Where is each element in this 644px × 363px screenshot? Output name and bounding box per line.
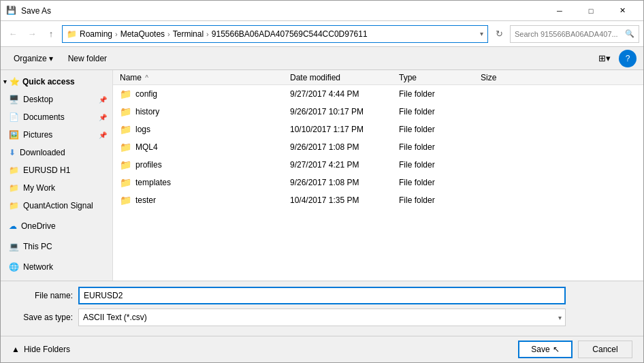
column-type[interactable]: Type	[399, 73, 481, 82]
file-modified-cell: 9/27/2017 4:21 PM	[290, 160, 399, 170]
sidebar-pictures-label: Pictures	[23, 130, 52, 140]
window-title: Save As	[21, 6, 51, 16]
file-type-cell: File folder	[399, 107, 481, 116]
file-name: templates	[135, 178, 171, 187]
thispc-section: 💻 This PC	[1, 238, 112, 255]
new-folder-label: New folder	[68, 54, 107, 63]
sidebar-item-network[interactable]: 🌐 Network	[1, 258, 112, 276]
filetype-select[interactable]: ASCII Text (*.csv) CSV (*.csv) Text (*.t…	[78, 309, 566, 326]
file-type-cell: File folder	[399, 142, 481, 152]
filetype-label: Save as type:	[12, 313, 73, 322]
close-button[interactable]: ✕	[607, 1, 638, 21]
eurusd-icon: 📁	[9, 165, 19, 175]
quick-access-header[interactable]: ▾ ⭐ Quick access	[1, 73, 112, 91]
hide-folders-toggle[interactable]: ▲ Hide Folders	[12, 345, 70, 354]
table-row[interactable]: 📁 templates 9/26/2017 1:08 PM File folde…	[113, 174, 643, 191]
file-modified-cell: 9/26/2017 1:08 PM	[290, 142, 399, 152]
table-row[interactable]: 📁 logs 10/10/2017 1:17 PM File folder	[113, 121, 643, 138]
network-icon: 🌐	[9, 262, 19, 272]
file-name: history	[135, 107, 159, 116]
sidebar-item-downloaded[interactable]: ⬇ Downloaded	[1, 144, 112, 161]
quantaction-icon: 📁	[9, 201, 19, 210]
new-folder-button[interactable]: New folder	[62, 50, 113, 67]
column-name-label: Name	[120, 73, 142, 82]
up-button[interactable]: ↑	[43, 26, 59, 42]
sidebar-documents-label: Documents	[23, 112, 65, 122]
file-modified-cell: 10/10/2017 1:17 PM	[290, 125, 399, 134]
refresh-button[interactable]: ↻	[491, 25, 507, 43]
filetype-select-wrapper: ASCII Text (*.csv) CSV (*.csv) Text (*.t…	[78, 309, 566, 326]
cancel-button[interactable]: Cancel	[578, 341, 632, 358]
file-name-cell: 📁 templates	[120, 177, 290, 188]
column-name[interactable]: Name ^	[120, 73, 290, 82]
onedrive-section: ☁ OneDrive	[1, 217, 112, 235]
column-modified[interactable]: Date modified	[290, 73, 399, 82]
search-box[interactable]: 🔍	[510, 25, 639, 43]
quick-access-section: ▾ ⭐ Quick access 🖥️ Desktop 📌 📄 Document…	[1, 73, 112, 215]
sidebar-item-eurusd[interactable]: 📁 EURUSD H1	[1, 161, 112, 179]
filename-input[interactable]	[78, 287, 566, 304]
sidebar-onedrive-label: OneDrive	[21, 221, 56, 231]
filename-label: File name:	[12, 291, 73, 300]
pin-icon: 📌	[99, 96, 107, 104]
filename-row: File name:	[12, 287, 632, 304]
file-name-cell: 📁 logs	[120, 124, 290, 135]
quick-access-label: Quick access	[22, 77, 75, 86]
search-icon: 🔍	[625, 29, 634, 38]
sidebar-item-quantaction[interactable]: 📁 QuantAction Signal	[1, 197, 112, 215]
main-content: ▾ ⭐ Quick access 🖥️ Desktop 📌 📄 Document…	[1, 70, 643, 281]
network-section: 🌐 Network	[1, 258, 112, 276]
path-terminal: Terminal	[173, 29, 204, 39]
bottom-section: File name: Save as type: ASCII Text (*.c…	[1, 281, 643, 336]
file-name-cell: 📁 MQL4	[120, 142, 290, 153]
help-button[interactable]: ?	[619, 50, 637, 67]
organize-label: Organize	[14, 54, 47, 63]
file-name: logs	[135, 125, 150, 134]
back-button[interactable]: ←	[5, 26, 21, 42]
forward-button[interactable]: →	[24, 26, 40, 42]
sidebar-eurusd-label: EURUSD H1	[23, 165, 70, 175]
sidebar-item-documents[interactable]: 📄 Documents 📌	[1, 108, 112, 126]
column-size-label: Size	[481, 73, 496, 82]
table-row[interactable]: 📁 history 9/26/2017 10:17 PM File folder	[113, 103, 643, 121]
onedrive-icon: ☁	[9, 221, 17, 231]
file-type-cell: File folder	[399, 160, 481, 170]
table-row[interactable]: 📁 config 9/27/2017 4:44 PM File folder	[113, 85, 643, 103]
sidebar-network-label: Network	[23, 262, 53, 272]
thispc-icon: 💻	[9, 242, 19, 251]
file-type-cell: File folder	[399, 195, 481, 205]
table-row[interactable]: 📁 profiles 9/27/2017 4:21 PM File folder	[113, 156, 643, 174]
sidebar-item-mywork[interactable]: 📁 My Work	[1, 179, 112, 197]
sidebar-item-onedrive[interactable]: ☁ OneDrive	[1, 217, 112, 235]
file-type-cell: File folder	[399, 178, 481, 187]
toolbar: Organize ▾ New folder ⊞ ▾ ?	[1, 47, 643, 70]
window-icon: 💾	[6, 5, 17, 16]
sidebar-mywork-label: My Work	[23, 183, 55, 193]
minimize-button[interactable]: ─	[544, 1, 575, 21]
search-input[interactable]	[515, 30, 625, 38]
table-row[interactable]: 📁 MQL4 9/26/2017 1:08 PM File folder	[113, 138, 643, 156]
sidebar-item-pictures[interactable]: 🖼️ Pictures 📌	[1, 126, 112, 144]
save-button[interactable]: Save ↖	[518, 341, 573, 358]
organize-button[interactable]: Organize ▾	[7, 50, 59, 67]
maximize-button[interactable]: □	[575, 1, 607, 21]
title-bar-controls: ─ □ ✕	[544, 1, 638, 21]
file-type-cell: File folder	[399, 89, 481, 99]
sidebar-item-desktop[interactable]: 🖥️ Desktop 📌	[1, 91, 112, 108]
address-path[interactable]: 📁 Roaming › MetaQuotes › Terminal › 9155…	[62, 25, 488, 43]
action-bar: ▲ Hide Folders Save ↖ Cancel	[1, 336, 643, 362]
table-row[interactable]: 📁 tester 10/4/2017 1:35 PM File folder	[113, 191, 643, 209]
pin-icon-docs: 📌	[99, 114, 107, 121]
view-icon: ⊞	[598, 53, 606, 63]
view-button[interactable]: ⊞ ▾	[596, 50, 613, 67]
folder-icon: 📁	[120, 177, 131, 188]
pin-icon-pics: 📌	[99, 131, 107, 139]
organize-arrow-icon: ▾	[49, 54, 53, 63]
folder-icon: 📁	[120, 159, 131, 170]
sidebar-item-thispc[interactable]: 💻 This PC	[1, 238, 112, 255]
path-dropdown-arrow[interactable]: ▾	[480, 30, 483, 37]
file-rows-container: 📁 config 9/27/2017 4:44 PM File folder 📁…	[113, 85, 643, 209]
file-name: config	[135, 89, 157, 99]
column-size[interactable]: Size	[481, 73, 535, 82]
downloaded-icon: ⬇	[9, 148, 16, 157]
